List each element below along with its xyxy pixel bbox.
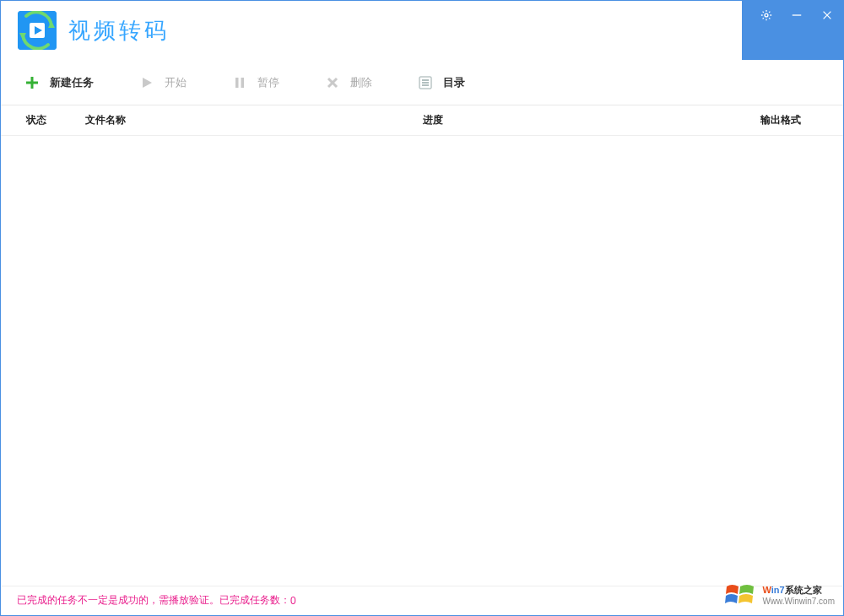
minimize-icon[interactable] bbox=[789, 8, 804, 23]
delete-icon bbox=[325, 75, 340, 90]
status-bar: 已完成的任务不一定是成功的，需播放验证。已完成任务数： 0 bbox=[2, 586, 842, 614]
watermark-w: W bbox=[762, 585, 771, 595]
svg-point-5 bbox=[765, 14, 768, 17]
start-label: 开始 bbox=[165, 75, 187, 90]
col-output-format: 输出格式 bbox=[760, 113, 836, 127]
app-title: 视频转码 bbox=[68, 16, 170, 46]
start-button[interactable]: 开始 bbox=[139, 75, 187, 90]
watermark-url: Www.Winwin7.com bbox=[762, 596, 835, 607]
directory-button[interactable]: 目录 bbox=[418, 75, 465, 90]
title-left: 视频转码 bbox=[1, 11, 742, 50]
titlebar: 视频转码 bbox=[1, 1, 843, 60]
delete-button[interactable]: 删除 bbox=[325, 75, 372, 90]
status-count: 0 bbox=[290, 595, 296, 607]
list-icon bbox=[418, 75, 433, 90]
watermark-text: Win7系统之家 Www.Winwin7.com bbox=[762, 585, 835, 607]
status-message: 已完成的任务不一定是成功的，需播放验证。已完成任务数： bbox=[17, 593, 290, 608]
col-filename: 文件名称 bbox=[85, 113, 423, 127]
table-header: 状态 文件名称 进度 输出格式 bbox=[1, 105, 843, 136]
delete-label: 删除 bbox=[350, 75, 372, 90]
new-task-button[interactable]: 新建任务 bbox=[24, 75, 94, 90]
directory-label: 目录 bbox=[443, 75, 465, 90]
window-controls bbox=[742, 1, 843, 60]
svg-rect-13 bbox=[241, 78, 245, 88]
col-progress: 进度 bbox=[423, 113, 760, 127]
app-logo-icon bbox=[18, 11, 57, 50]
play-icon bbox=[139, 75, 154, 90]
settings-icon[interactable] bbox=[759, 8, 774, 23]
col-status: 状态 bbox=[26, 113, 85, 127]
svg-rect-12 bbox=[235, 78, 239, 88]
pause-button[interactable]: 暂停 bbox=[232, 75, 279, 90]
close-icon[interactable] bbox=[820, 8, 835, 23]
watermark-cn: 系统之家 bbox=[785, 585, 822, 595]
plus-icon bbox=[24, 75, 40, 90]
watermark-in7: in7 bbox=[771, 585, 785, 595]
toolbar: 新建任务 开始 暂停 删除 目录 bbox=[1, 60, 843, 105]
pause-icon bbox=[232, 75, 247, 90]
pause-label: 暂停 bbox=[257, 75, 279, 90]
windows-flag-icon bbox=[723, 581, 759, 610]
table-body bbox=[1, 136, 843, 575]
svg-marker-11 bbox=[143, 78, 152, 88]
watermark: Win7系统之家 Www.Winwin7.com bbox=[723, 581, 835, 610]
new-task-label: 新建任务 bbox=[50, 75, 94, 90]
